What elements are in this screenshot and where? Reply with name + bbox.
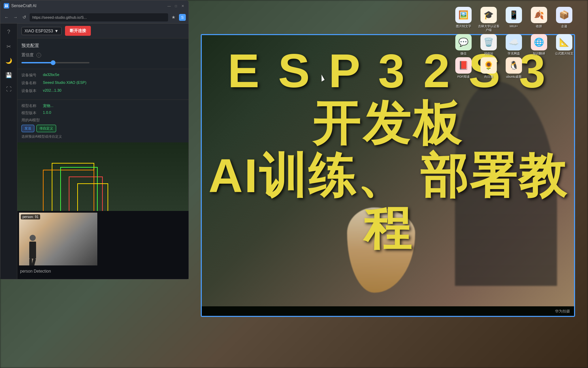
model-name-label: 模型名称: [21, 103, 40, 108]
desktop-icon-pdf[interactable]: 📕 PDF阅读: [452, 57, 475, 79]
confidence-label: 置信度: [21, 52, 34, 58]
ai-model-hint: 选择预设AI模型或传自定义: [21, 134, 184, 139]
icon-label: 吉林大学认证客户端: [477, 25, 500, 32]
device-info-section: 设备编号 da32bc5e 设备名称 Seeed Studio XIAO (ES…: [17, 69, 189, 100]
person-legs: [26, 259, 39, 265]
desktop-icon-ubuntu[interactable]: 🐧 ubuntu桌面: [502, 57, 525, 79]
refresh-icon[interactable]: ↺: [21, 14, 28, 21]
device-name-row: 设备名称 Seeed Studio XIAO (ESP): [21, 80, 184, 86]
app-icon: [4, 3, 9, 9]
desktop-icon-cloud[interactable]: ☁️ 学克网盘: [502, 34, 525, 56]
sidebar: ? ✂ 🌙 💾 ⛶: [0, 24, 17, 279]
icon-img: 💬: [455, 34, 472, 50]
person-body: [29, 242, 36, 259]
icon-label: ubuntu桌面: [506, 75, 522, 79]
model-version-label: 模型版本: [21, 110, 40, 116]
send-model-button[interactable]: 发送: [21, 125, 34, 132]
icon-img: 🎓: [480, 7, 497, 23]
icon-img: 📐: [556, 34, 572, 50]
ai-model-label: 用的AI模型: [21, 118, 40, 123]
svg-rect-0: [5, 4, 6, 6]
model-version-value: 1.0.0: [43, 110, 51, 114]
svg-rect-3: [7, 6, 8, 7]
window-title: SenseCraft AI: [11, 3, 36, 8]
browser-bar: ← → ↺ https://seeed-studio.github.io/S..…: [0, 11, 189, 24]
device-id-value: da32bc5e: [43, 73, 59, 77]
url-text: https://seeed-studio.github.io/S...: [32, 15, 87, 19]
icon-img: 🌐: [531, 34, 547, 50]
icon-img: 📕: [455, 57, 472, 74]
model-name-row: 模型名称 宠物...: [21, 103, 184, 108]
desktop-icon-folder[interactable]: 🍂 收拼: [527, 7, 551, 32]
confidence-slider[interactable]: [21, 61, 184, 65]
slider-thumb[interactable]: [51, 60, 55, 65]
icon-img: ☁️: [506, 34, 522, 50]
confidence-row: 置信度 i: [21, 52, 184, 58]
model-version-row: 模型版本 1.0.0: [21, 110, 184, 116]
icon-img: 🌻: [480, 57, 497, 74]
desktop-icon-wechat[interactable]: 💬 微信: [452, 34, 475, 56]
preview-config-label: 预览配置: [21, 43, 184, 49]
title-bar-left: SenseCraft AI: [4, 3, 36, 9]
detection-label: person Detection: [17, 267, 189, 275]
icon-label: 知识翻译: [533, 52, 545, 56]
connect-button[interactable]: 断开连接: [65, 26, 91, 36]
forward-icon[interactable]: →: [12, 14, 19, 21]
icon-img: 📱: [506, 7, 522, 23]
star-icon[interactable]: ★: [170, 14, 177, 21]
bottom-preview: person: 91 person Detection: [17, 211, 189, 279]
url-box[interactable]: https://seeed-studio.github.io/S...: [30, 13, 168, 21]
device-name: XIAO ESP32S3: [24, 29, 53, 33]
desktop-icon-jilin-auth[interactable]: 🎓 吉林大学认证客户端: [477, 7, 500, 32]
sidebar-help-icon[interactable]: ?: [4, 27, 14, 37]
person-figure: [26, 235, 39, 262]
custom-model-button[interactable]: 传自定义: [36, 125, 56, 132]
icon-label: 微信: [460, 52, 467, 56]
desktop-icon-enterprise[interactable]: 📦 企递: [553, 7, 576, 32]
device-id-row: 设备编号 da32bc5e: [21, 73, 184, 78]
desktop-icon-miui[interactable]: 📱 MIUI+: [502, 7, 525, 32]
icon-label: PDF阅读: [457, 75, 470, 79]
person-thumbnail: person: 91: [19, 213, 97, 265]
dropdown-chevron-icon: ▼: [54, 29, 59, 33]
model-section: 模型名称 宠物... 模型版本 1.0.0 用的AI模型 发送 传自定义 选择预…: [17, 100, 189, 142]
sensecraft-window: SenseCraft AI — □ ✕ ← → ↺ https://seeed-…: [0, 0, 189, 279]
desktop-icon-sunflower[interactable]: 🌻 向日葵: [477, 57, 500, 79]
device-version-label: 设备版本: [21, 88, 40, 93]
icon-label: 企递: [561, 25, 567, 28]
icon-label: MIUI+: [510, 25, 518, 28]
sidebar-cut-icon[interactable]: ✂: [4, 41, 14, 51]
icon-img: 🗑️: [480, 34, 497, 50]
icon-label: 回收站: [484, 52, 493, 56]
slider-fill: [21, 62, 52, 63]
desktop-icon-translate[interactable]: 🌐 知识翻译: [527, 34, 551, 56]
title-line2: AI训练、 部署教程: [202, 150, 574, 255]
sidebar-expand-icon[interactable]: ⛶: [4, 84, 14, 94]
svg-rect-1: [7, 4, 8, 6]
desktop-icon-image-to-text[interactable]: 🖼️ 图片转文字: [452, 7, 475, 32]
person-head: [30, 235, 36, 241]
maximize-button[interactable]: □: [174, 3, 178, 8]
desktop-icon-recycle[interactable]: 🗑️ 回收站: [477, 34, 500, 56]
close-button[interactable]: ✕: [180, 3, 185, 8]
window-controls: — □ ✕: [167, 3, 185, 8]
minimize-button[interactable]: —: [167, 3, 172, 8]
preview-config-section: 预览配置 置信度 i: [17, 39, 189, 69]
extension-icon[interactable]: S: [179, 14, 186, 21]
confidence-info-icon[interactable]: i: [36, 53, 41, 58]
back-icon[interactable]: ←: [3, 14, 10, 21]
top-toolbar: XIAO ESP32S3 ▼ 断开连接: [17, 24, 189, 39]
icon-img: 🍂: [531, 7, 547, 23]
sidebar-moon-icon[interactable]: 🌙: [4, 56, 14, 66]
preview-area: person: 91 person Detection: [17, 142, 189, 279]
icon-label: 学克网盘: [508, 52, 520, 56]
model-name-value: 宠物...: [43, 103, 53, 108]
icon-img: 🐧: [506, 57, 522, 74]
device-selector[interactable]: XIAO ESP32S3 ▼: [21, 27, 62, 35]
icon-label: 公式图片转文: [555, 52, 573, 56]
device-name-label: 设备名称: [21, 80, 40, 86]
icon-label: 图片转文字: [456, 25, 471, 28]
desktop-icon-formula[interactable]: 📐 公式图片转文: [553, 34, 576, 56]
sidebar-save-icon[interactable]: 💾: [4, 70, 14, 80]
monitor-status-bar: 华为拍摄: [202, 306, 574, 316]
